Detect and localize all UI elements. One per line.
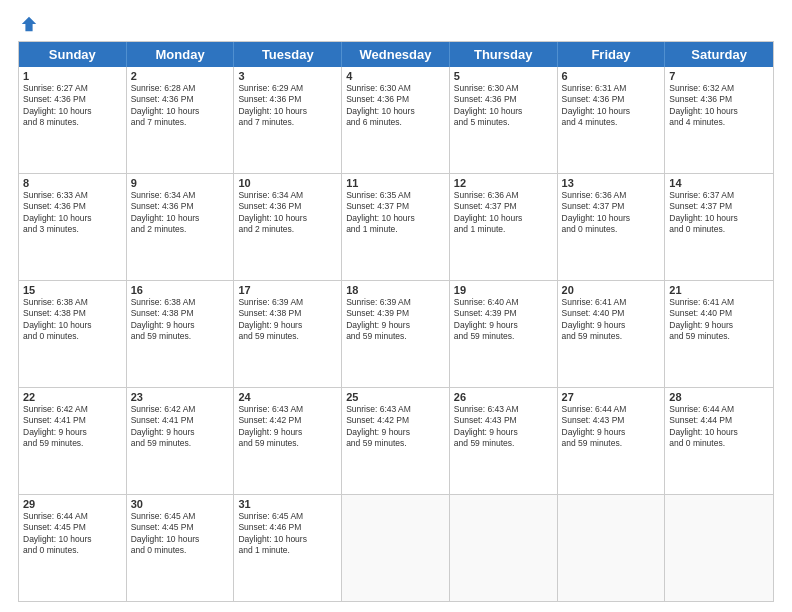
calendar-cell: 2Sunrise: 6:28 AMSunset: 4:36 PMDaylight… [127, 67, 235, 173]
day-number: 27 [562, 391, 661, 403]
calendar-row: 15Sunrise: 6:38 AMSunset: 4:38 PMDayligh… [19, 281, 773, 388]
calendar-cell: 15Sunrise: 6:38 AMSunset: 4:38 PMDayligh… [19, 281, 127, 387]
cell-info-line: Daylight: 10 hours [669, 106, 769, 117]
cell-info-line: Daylight: 9 hours [562, 320, 661, 331]
calendar-cell: 24Sunrise: 6:43 AMSunset: 4:42 PMDayligh… [234, 388, 342, 494]
cell-info-line: and 7 minutes. [131, 117, 230, 128]
calendar-cell: 19Sunrise: 6:40 AMSunset: 4:39 PMDayligh… [450, 281, 558, 387]
cell-info-line: and 0 minutes. [562, 224, 661, 235]
day-number: 7 [669, 70, 769, 82]
cell-info-line: and 59 minutes. [238, 438, 337, 449]
calendar-cell: 30Sunrise: 6:45 AMSunset: 4:45 PMDayligh… [127, 495, 235, 601]
cell-info-line: and 59 minutes. [562, 331, 661, 342]
calendar-cell: 21Sunrise: 6:41 AMSunset: 4:40 PMDayligh… [665, 281, 773, 387]
cell-info-line: Daylight: 10 hours [346, 213, 445, 224]
cell-info-line: Sunset: 4:36 PM [238, 201, 337, 212]
day-number: 24 [238, 391, 337, 403]
cell-info-line: Sunrise: 6:42 AM [23, 404, 122, 415]
cell-info-line: Sunrise: 6:34 AM [131, 190, 230, 201]
cell-info-line: Sunrise: 6:36 AM [454, 190, 553, 201]
cell-info-line: Daylight: 10 hours [23, 213, 122, 224]
day-number: 3 [238, 70, 337, 82]
cell-info-line: Sunset: 4:37 PM [454, 201, 553, 212]
cell-info-line: Daylight: 10 hours [131, 213, 230, 224]
cell-info-line: and 0 minutes. [669, 224, 769, 235]
cell-info-line: and 59 minutes. [346, 331, 445, 342]
calendar-row: 8Sunrise: 6:33 AMSunset: 4:36 PMDaylight… [19, 174, 773, 281]
cell-info-line: Sunrise: 6:42 AM [131, 404, 230, 415]
cell-info-line: Sunrise: 6:29 AM [238, 83, 337, 94]
cell-info-line: and 1 minute. [346, 224, 445, 235]
calendar-cell: 28Sunrise: 6:44 AMSunset: 4:44 PMDayligh… [665, 388, 773, 494]
day-number: 23 [131, 391, 230, 403]
cell-info-line: Daylight: 9 hours [454, 320, 553, 331]
header-day-tuesday: Tuesday [234, 42, 342, 67]
day-number: 17 [238, 284, 337, 296]
cell-info-line: Sunrise: 6:39 AM [238, 297, 337, 308]
cell-info-line: Sunrise: 6:35 AM [346, 190, 445, 201]
cell-info-line: Sunrise: 6:44 AM [669, 404, 769, 415]
page: SundayMondayTuesdayWednesdayThursdayFrid… [0, 0, 792, 612]
cell-info-line: Sunrise: 6:43 AM [346, 404, 445, 415]
cell-info-line: Sunrise: 6:45 AM [238, 511, 337, 522]
cell-info-line: Sunset: 4:45 PM [131, 522, 230, 533]
day-number: 20 [562, 284, 661, 296]
cell-info-line: Sunset: 4:36 PM [454, 94, 553, 105]
calendar-cell: 14Sunrise: 6:37 AMSunset: 4:37 PMDayligh… [665, 174, 773, 280]
cell-info-line: Sunrise: 6:43 AM [454, 404, 553, 415]
cell-info-line: Sunset: 4:42 PM [238, 415, 337, 426]
cell-info-line: Sunrise: 6:39 AM [346, 297, 445, 308]
calendar-cell: 29Sunrise: 6:44 AMSunset: 4:45 PMDayligh… [19, 495, 127, 601]
header-day-monday: Monday [127, 42, 235, 67]
cell-info-line: Sunset: 4:38 PM [238, 308, 337, 319]
cell-info-line: Sunrise: 6:43 AM [238, 404, 337, 415]
calendar-cell: 18Sunrise: 6:39 AMSunset: 4:39 PMDayligh… [342, 281, 450, 387]
calendar-cell: 23Sunrise: 6:42 AMSunset: 4:41 PMDayligh… [127, 388, 235, 494]
cell-info-line: and 59 minutes. [562, 438, 661, 449]
cell-info-line: Daylight: 9 hours [131, 427, 230, 438]
day-number: 15 [23, 284, 122, 296]
cell-info-line: and 8 minutes. [23, 117, 122, 128]
cell-info-line: Sunset: 4:36 PM [562, 94, 661, 105]
cell-info-line: Sunset: 4:43 PM [454, 415, 553, 426]
calendar-cell: 4Sunrise: 6:30 AMSunset: 4:36 PMDaylight… [342, 67, 450, 173]
day-number: 31 [238, 498, 337, 510]
calendar-body: 1Sunrise: 6:27 AMSunset: 4:36 PMDaylight… [19, 67, 773, 601]
day-number: 18 [346, 284, 445, 296]
header [18, 15, 774, 33]
cell-info-line: Daylight: 10 hours [238, 534, 337, 545]
logo-icon [20, 15, 38, 33]
day-number: 22 [23, 391, 122, 403]
day-number: 8 [23, 177, 122, 189]
cell-info-line: Daylight: 9 hours [23, 427, 122, 438]
cell-info-line: Sunrise: 6:32 AM [669, 83, 769, 94]
cell-info-line: Sunset: 4:36 PM [131, 201, 230, 212]
day-number: 4 [346, 70, 445, 82]
cell-info-line: Sunrise: 6:37 AM [669, 190, 769, 201]
cell-info-line: Sunset: 4:36 PM [669, 94, 769, 105]
cell-info-line: Sunset: 4:45 PM [23, 522, 122, 533]
day-number: 11 [346, 177, 445, 189]
cell-info-line: Sunset: 4:37 PM [669, 201, 769, 212]
calendar-cell: 16Sunrise: 6:38 AMSunset: 4:38 PMDayligh… [127, 281, 235, 387]
calendar-cell: 11Sunrise: 6:35 AMSunset: 4:37 PMDayligh… [342, 174, 450, 280]
cell-info-line: Daylight: 10 hours [669, 213, 769, 224]
day-number: 13 [562, 177, 661, 189]
calendar-cell: 10Sunrise: 6:34 AMSunset: 4:36 PMDayligh… [234, 174, 342, 280]
cell-info-line: Daylight: 10 hours [131, 534, 230, 545]
calendar-cell: 31Sunrise: 6:45 AMSunset: 4:46 PMDayligh… [234, 495, 342, 601]
cell-info-line: Daylight: 9 hours [346, 320, 445, 331]
cell-info-line: and 7 minutes. [238, 117, 337, 128]
calendar-cell: 26Sunrise: 6:43 AMSunset: 4:43 PMDayligh… [450, 388, 558, 494]
cell-info-line: Daylight: 9 hours [454, 427, 553, 438]
cell-info-line: Sunrise: 6:33 AM [23, 190, 122, 201]
cell-info-line: and 4 minutes. [669, 117, 769, 128]
cell-info-line: and 59 minutes. [238, 331, 337, 342]
cell-info-line: Sunset: 4:40 PM [669, 308, 769, 319]
cell-info-line: and 1 minute. [454, 224, 553, 235]
cell-info-line: Daylight: 9 hours [238, 320, 337, 331]
cell-info-line: and 1 minute. [238, 545, 337, 556]
cell-info-line: and 6 minutes. [346, 117, 445, 128]
cell-info-line: Sunset: 4:37 PM [346, 201, 445, 212]
calendar-cell: 5Sunrise: 6:30 AMSunset: 4:36 PMDaylight… [450, 67, 558, 173]
